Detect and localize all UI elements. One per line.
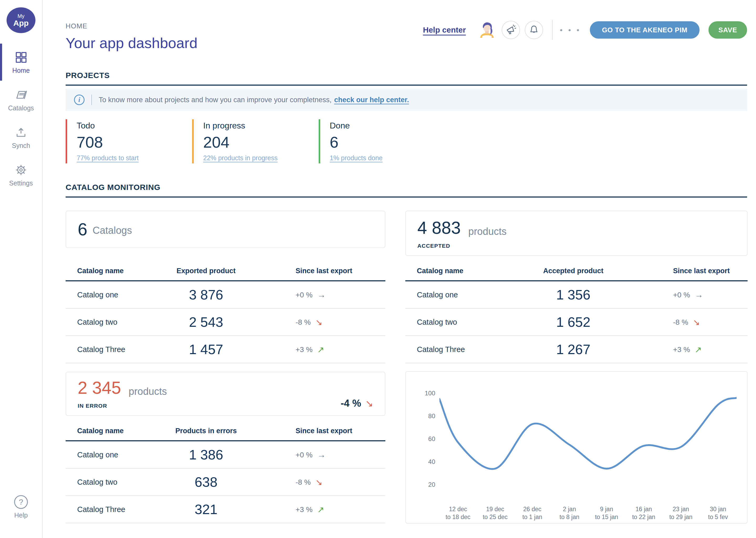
catalog-name: Catalog Three [66, 345, 150, 354]
table-row: Catalog two 2 543 -8 %↘ [66, 309, 385, 336]
trend-value: +0 % [296, 451, 313, 459]
accepted-sublabel: ACCEPTED [417, 243, 735, 249]
x-axis-tick-label: 26 decto 1 jan [514, 505, 551, 521]
bell-icon [528, 24, 540, 36]
table-row: Catalog one 3 876 +0 %→ [66, 281, 385, 309]
sidebar-nav: Home Catalogs [0, 51, 42, 201]
projects-info-banner: i To know more about projects and how yo… [66, 89, 747, 111]
trend-up-icon: ↗ [317, 345, 324, 355]
trend-up-icon: ↗ [695, 345, 702, 355]
announcements-button[interactable] [502, 21, 520, 39]
go-to-pim-button[interactable]: GO TO THE AKENEO PIM [590, 21, 699, 39]
sidebar-item-help[interactable]: ? Help [0, 495, 42, 519]
column-header: Catalog name [405, 267, 500, 275]
notifications-button[interactable] [525, 21, 543, 39]
help-icon: ? [14, 495, 28, 509]
trend-value: +3 % [673, 346, 690, 354]
kpi-link-todo[interactable]: 77% products to start [77, 154, 192, 162]
accepted-count: 1 652 [500, 314, 647, 330]
kpi-value: 204 [203, 134, 319, 150]
table-row: Catalog one 1 386 +0 %→ [66, 441, 385, 469]
kpi-label: In progress [203, 121, 319, 131]
help-center-link[interactable]: Help center [423, 26, 466, 34]
banner-text: To know more about projects and how you … [99, 96, 332, 104]
column-header: Catalog name [66, 427, 150, 435]
user-avatar[interactable] [478, 21, 496, 39]
errors-table: Catalog name Products in errors Since la… [66, 427, 385, 523]
table-row: Catalog one 1 356 +0 %→ [405, 281, 748, 309]
sidebar-item-settings[interactable]: Settings [0, 164, 42, 187]
chart-canvas [440, 382, 736, 503]
save-button[interactable]: SAVE [708, 21, 747, 39]
sidebar-item-label: Synch [12, 142, 30, 149]
sidebar-item-catalogs[interactable]: Catalogs [0, 88, 42, 112]
monitoring-left-column: 6 Catalogs Catalog name Exported product… [66, 211, 385, 523]
app-logo-text-bottom: App [13, 19, 28, 27]
x-axis-tick-label: 19 decto 25 dec [477, 505, 514, 521]
column-header: Since last export [262, 427, 385, 435]
upload-icon [15, 126, 27, 142]
catalog-name: Catalog Three [66, 505, 150, 514]
x-axis-tick-label: 9 janto 15 jan [588, 505, 625, 521]
sidebar: My App Home [0, 0, 42, 538]
in-error-sublabel: IN ERROR [78, 403, 167, 409]
projects-kpis: Todo 708 77% products to start In progre… [66, 119, 747, 163]
megaphone-icon [505, 24, 517, 36]
errors-count: 638 [150, 474, 262, 490]
exported-count: 3 876 [150, 287, 262, 303]
catalog-monitoring-section-title: CATALOG MONITORING [66, 183, 747, 197]
y-axis-tick-label: 80 [415, 412, 435, 420]
table-row: Catalog Three 1 457 +3 %↗ [66, 336, 385, 363]
gear-icon [15, 164, 27, 180]
trend-value: -8 % [296, 478, 311, 487]
accepted-products-card: 4 883 products ACCEPTED [405, 211, 748, 256]
help-center-banner-link[interactable]: check our help center. [334, 96, 409, 104]
app-logo[interactable]: My App [7, 7, 35, 33]
kpi-label: Done [330, 121, 445, 131]
home-icon [15, 51, 27, 67]
sidebar-item-label: Home [12, 67, 30, 74]
kpi-link-done[interactable]: 1% products done [330, 154, 445, 162]
accepted-products-label: products [468, 226, 507, 237]
sidebar-item-home[interactable]: Home [0, 51, 42, 74]
trend-value: +0 % [673, 291, 690, 299]
overflow-menu-button[interactable]: ● ● ● [560, 27, 582, 33]
catalog-name: Catalog two [405, 318, 500, 327]
exported-count: 1 457 [150, 342, 262, 357]
catalog-name: Catalog one [66, 291, 150, 299]
trend-flat-icon: → [317, 290, 326, 300]
kpi-in-progress: In progress 204 22% products in progress [192, 119, 319, 163]
catalogs-count: 6 [78, 221, 87, 238]
exported-products-table: Catalog name Exported product Since last… [66, 267, 385, 363]
trend-value: -4 % [341, 398, 361, 409]
trend-value: -8 % [296, 318, 311, 327]
errors-count: 1 386 [150, 447, 262, 462]
error-products-count: 2 345 [78, 378, 121, 398]
errors-count: 321 [150, 502, 262, 517]
monitoring-right-column: 4 883 products ACCEPTED Catalog name Acc… [405, 211, 748, 523]
column-header: Catalog name [66, 267, 150, 275]
column-header: Accepted product [500, 267, 647, 275]
x-axis-tick-label: 30 janto 5 fev [699, 505, 737, 521]
trend-down-icon: ↘ [315, 317, 323, 327]
sidebar-item-label: Help [14, 511, 27, 519]
table-row: Catalog two 1 652 -8 %↘ [405, 309, 748, 336]
app-logo-text-top: My [18, 13, 25, 19]
sidebar-item-synch[interactable]: Synch [0, 126, 42, 149]
trend-up-icon: ↗ [317, 505, 324, 514]
accepted-products-table: Catalog name Accepted product Since last… [405, 267, 748, 363]
catalog-name: Catalog Three [405, 345, 500, 354]
catalog-name: Catalog two [66, 478, 150, 487]
y-axis-tick-label: 40 [415, 457, 435, 466]
table-row: Catalog Three 1 267 +3 %↗ [405, 336, 748, 363]
x-axis-tick-label: 2 janto 8 jan [551, 505, 588, 521]
catalogs-count-label: Catalogs [93, 225, 132, 236]
trend-flat-icon: → [695, 290, 703, 300]
kpi-todo: Todo 708 77% products to start [66, 119, 192, 163]
x-axis-tick-label: 23 janto 29 jan [662, 505, 699, 521]
trend-value: +3 % [296, 506, 313, 514]
kpi-value: 6 [330, 134, 445, 150]
catalog-monitoring-grid: 6 Catalogs Catalog name Exported product… [66, 211, 747, 523]
kpi-link-in-progress[interactable]: 22% products in progress [203, 154, 319, 162]
main-content: HOME Your app dashboard Help center [42, 0, 756, 538]
